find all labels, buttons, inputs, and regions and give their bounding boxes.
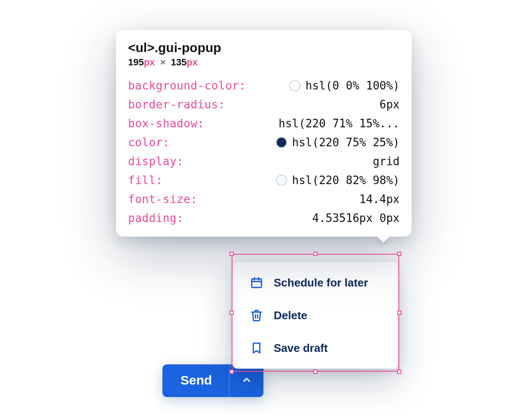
color-swatch [276,137,287,148]
property-name: font-size: [128,193,198,206]
trash-icon [250,308,263,322]
inspector-property-row: display:grid [128,155,400,168]
send-split-button: Send [162,364,263,397]
property-value-text: 14.4px [359,193,400,206]
color-swatch [276,175,287,186]
send-button-label: Send [180,373,212,387]
property-value-text: hsl(220 82% 98%) [292,174,400,187]
selection-handle [313,252,318,256]
property-value-text: grid [373,155,400,168]
inspector-width: 195 [128,57,144,68]
inspector-property-row: background-color:hsl(0 0% 100%) [128,79,400,92]
inspector-tooltip: <ul>.gui-popup 195px × 135px background-… [116,30,412,237]
property-value: grid [373,155,400,168]
property-value: 6px [379,98,400,111]
selection-handle [313,370,318,374]
inspector-property-row: padding:4.53516px 0px [128,212,400,225]
inspector-property-row: font-size:14.4px [128,193,400,206]
property-value: hsl(220 82% 98%) [276,174,400,187]
property-name: box-shadow: [128,117,205,130]
send-dropdown-toggle[interactable] [229,364,263,397]
dimension-cross: × [160,57,166,68]
px-unit: px [187,57,198,68]
popup-item-label: Delete [274,309,307,322]
selection-handle [229,252,234,256]
property-value-text: hsl(220 75% 25%) [292,136,400,149]
inspector-property-row: color:hsl(220 75% 25%) [128,136,400,149]
inspector-property-row: box-shadow:hsl(220 71% 15%... [128,117,400,130]
property-name: padding: [128,212,183,225]
property-value-text: 6px [379,98,400,111]
inspector-selector-tag: <ul> [128,40,155,55]
selection-handle [397,370,401,374]
inspector-dimensions: 195px × 135px [128,57,400,68]
send-button[interactable]: Send [162,364,229,397]
inspector-selector: <ul>.gui-popup [128,40,400,55]
inspector-selector-class: .gui-popup [155,40,221,55]
calendar-icon [250,276,263,290]
popup-item-schedule[interactable]: Schedule for later [232,266,398,299]
property-name: color: [128,136,170,149]
inspector-height: 135 [171,57,187,68]
popup-item-label: Save draft [274,342,328,355]
gui-popup: Schedule for later Delete Save draft [232,262,398,369]
property-value-text: hsl(220 71% 15%... [278,117,400,130]
popup-item-save-draft[interactable]: Save draft [232,332,398,364]
inspector-property-row: fill:hsl(220 82% 98%) [128,174,400,187]
property-value: hsl(220 75% 25%) [276,136,400,149]
property-value-text: hsl(0 0% 100%) [306,79,400,92]
property-value: hsl(220 71% 15%... [278,117,400,130]
inspector-property-list: background-color:hsl(0 0% 100%)border-ra… [128,79,400,225]
property-value: 4.53516px 0px [312,212,400,225]
property-name: display: [128,155,183,168]
color-swatch [289,80,300,91]
property-name: border-radius: [128,98,225,111]
popup-item-delete[interactable]: Delete [232,299,398,332]
svg-rect-0 [252,279,262,287]
property-name: background-color: [128,79,246,92]
property-value-text: 4.53516px 0px [312,212,400,225]
inspector-property-row: border-radius:6px [128,98,400,111]
chevron-up-icon [241,374,252,387]
property-name: fill: [128,174,163,187]
bookmark-icon [250,341,263,355]
popup-item-label: Schedule for later [274,276,368,290]
selection-handle [397,252,401,256]
property-value: 14.4px [359,193,400,206]
property-value: hsl(0 0% 100%) [289,79,400,92]
px-unit: px [144,57,155,68]
